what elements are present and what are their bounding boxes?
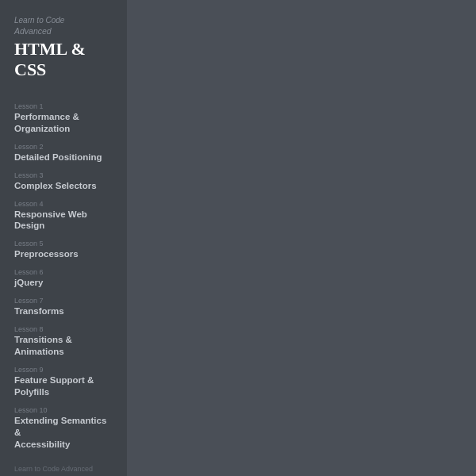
lesson-title-4: Responsive Web Design: [14, 209, 113, 232]
lesson-item-3[interactable]: Lesson 3Complex Selectors: [14, 167, 113, 196]
lesson-label-9: Lesson 9: [14, 366, 113, 374]
lesson-item-9[interactable]: Lesson 9Feature Support & Polyfills: [14, 362, 113, 402]
lesson-label-10: Lesson 10: [14, 406, 113, 414]
lesson-item-6[interactable]: Lesson 6jQuery: [14, 264, 113, 293]
book-title: HTML &CSS: [14, 39, 113, 81]
lesson-title-6: jQuery: [14, 277, 113, 289]
sidebar: Learn to Code Advanced HTML &CSS Lesson …: [0, 0, 127, 476]
lesson-item-10[interactable]: Lesson 10Extending Semantics &Accessibil…: [14, 402, 113, 455]
lesson-label-7: Lesson 7: [14, 297, 113, 305]
lesson-title-8: Transitions & Animations: [14, 334, 113, 358]
lesson-label-8: Lesson 8: [14, 325, 113, 333]
lesson-label-6: Lesson 6: [14, 268, 113, 276]
lesson-title-10: Extending Semantics &Accessibility: [14, 415, 113, 451]
lesson-title-7: Transforms: [14, 305, 113, 317]
lesson-title-2: Detailed Positioning: [14, 152, 113, 163]
footer-line1: Learn to Code Advanced: [14, 465, 93, 473]
lessons-list: Lesson 1Performance &OrganizationLesson …: [14, 98, 113, 455]
lesson-item-4[interactable]: Lesson 4Responsive Web Design: [14, 196, 113, 236]
lesson-item-7[interactable]: Lesson 7Transforms: [14, 293, 113, 321]
lesson-item-5[interactable]: Lesson 5Preprocessors: [14, 236, 113, 264]
breadcrumb-sub: Advanced: [14, 26, 113, 36]
lesson-title-9: Feature Support & Polyfills: [14, 374, 113, 398]
lesson-title-3: Complex Selectors: [14, 180, 113, 192]
lesson-item-1[interactable]: Lesson 1Performance &Organization: [14, 98, 113, 139]
lesson-label-4: Lesson 4: [14, 200, 113, 208]
lesson-item-8[interactable]: Lesson 8Transitions & Animations: [14, 321, 113, 362]
breadcrumb-top: Learn to Code: [14, 16, 113, 25]
lesson-label-3: Lesson 3: [14, 171, 113, 179]
footer-text: Learn to Code Advanced HTML & CSS is wri…: [14, 464, 113, 476]
lesson-label-2: Lesson 2: [14, 143, 113, 151]
lesson-item-2[interactable]: Lesson 2Detailed Positioning: [14, 139, 113, 167]
lesson-label-1: Lesson 1: [14, 102, 113, 110]
lesson-title-5: Preprocessors: [14, 248, 113, 260]
lesson-title-1: Performance &Organization: [14, 111, 113, 135]
lesson-label-5: Lesson 5: [14, 240, 113, 248]
